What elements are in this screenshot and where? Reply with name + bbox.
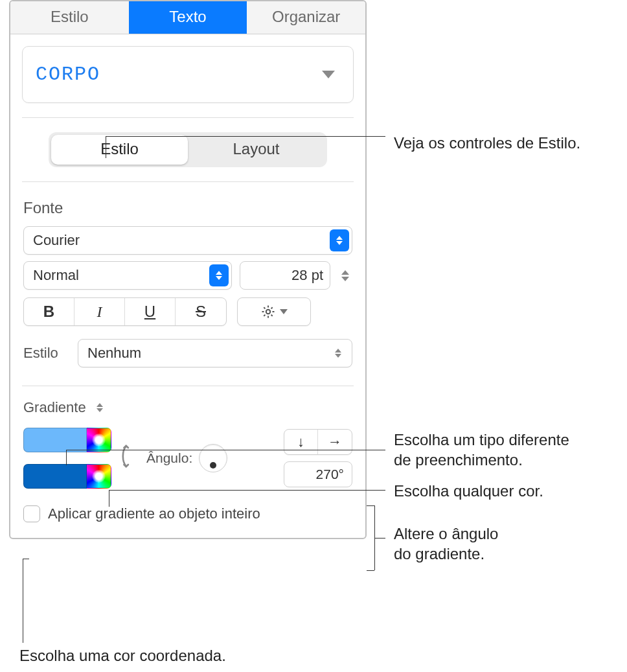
angle-dial[interactable] <box>199 444 227 472</box>
callout-lead <box>23 559 29 559</box>
svg-point-0 <box>266 310 270 314</box>
callout-lead <box>66 450 385 450</box>
updown-icon <box>209 264 229 286</box>
tab-texto[interactable]: Texto <box>129 1 247 34</box>
angle-dial-indicator <box>210 462 216 469</box>
paragraph-style-name: CORPO <box>36 64 100 86</box>
color-picker-1-button[interactable] <box>87 428 111 452</box>
color-picker-2-button[interactable] <box>87 464 111 489</box>
callout-lead <box>23 559 23 643</box>
stepper-up-icon <box>341 270 349 275</box>
font-family-select[interactable]: Courier <box>23 226 352 255</box>
fill-type-value: Gradiente <box>23 399 86 416</box>
gradient-controls: Ângulo: ↓ → 270° <box>23 428 352 489</box>
format-inspector-panel: Estilo Texto Organizar CORPO Estilo Layo… <box>9 0 367 539</box>
bold-button[interactable]: B <box>24 298 74 325</box>
direction-vertical-button[interactable]: ↓ <box>284 430 318 454</box>
callout-any-color: Escolha qualquer cor. <box>394 481 543 501</box>
text-format-group: B I U S <box>23 297 227 326</box>
character-style-select[interactable]: Nenhum <box>78 339 352 367</box>
strikethrough-button[interactable]: S <box>176 298 226 325</box>
advanced-options-button[interactable] <box>237 297 311 326</box>
gear-icon <box>260 304 276 319</box>
paragraph-style-select[interactable]: CORPO <box>22 46 354 103</box>
font-weight-select[interactable]: Normal <box>23 261 232 290</box>
callout-lead <box>367 570 374 571</box>
divider <box>22 117 354 118</box>
apply-whole-object-checkbox[interactable] <box>23 505 40 522</box>
callout-lead <box>374 538 385 539</box>
angle-label: Ângulo: <box>146 450 192 466</box>
apply-whole-object-label: Aplicar gradiente ao objeto inteiro <box>48 505 260 522</box>
font-section: Fonte Courier Normal 28 pt B I <box>10 182 365 371</box>
callout-fill-type: Escolha um tipo diferentede preenchiment… <box>394 430 569 470</box>
font-size-value: 28 pt <box>248 267 327 284</box>
stepper-down-icon <box>341 277 349 281</box>
direction-horizontal-button[interactable]: → <box>318 430 352 454</box>
gradient-color-2-well[interactable] <box>23 464 87 489</box>
callout-lead <box>106 136 106 158</box>
gradient-color-1-well[interactable] <box>23 428 87 452</box>
updown-icon <box>331 349 345 358</box>
subtab-estilo[interactable]: Estilo <box>51 135 188 165</box>
italic-button[interactable]: I <box>74 298 125 325</box>
chevron-down-icon <box>322 71 335 78</box>
underline-button[interactable]: U <box>125 298 176 325</box>
updown-icon <box>330 229 349 251</box>
chevron-down-icon <box>280 309 288 314</box>
callout-style-controls: Veja os controles de Estilo. <box>394 133 580 153</box>
callout-change-angle: Altere o ângulodo gradiente. <box>394 524 498 564</box>
callout-coord-color: Escolha uma cor coordenada. <box>19 645 226 666</box>
callout-lead <box>367 505 374 506</box>
angle-value: 270° <box>316 467 344 482</box>
character-style-value: Nenhum <box>87 345 141 362</box>
updown-icon <box>93 403 107 412</box>
angle-value-field[interactable]: 270° <box>284 461 352 487</box>
font-size-field[interactable]: 28 pt <box>240 261 330 290</box>
gradient-swatches <box>23 428 111 489</box>
font-size-stepper[interactable] <box>338 270 352 281</box>
font-family-value: Courier <box>33 232 80 249</box>
character-style-label: Estilo <box>23 345 69 362</box>
main-tab-bar: Estilo Texto Organizar <box>10 1 365 34</box>
callout-lead <box>106 136 385 137</box>
subtab-layout[interactable]: Layout <box>188 135 325 165</box>
text-fill-section: Gradiente <box>10 386 365 538</box>
callout-lead <box>66 450 67 465</box>
text-subtab-segmented: Estilo Layout <box>49 132 327 167</box>
font-weight-value: Normal <box>33 267 79 284</box>
tab-organizar[interactable]: Organizar <box>247 1 365 34</box>
font-section-title: Fonte <box>23 199 352 217</box>
callout-lead <box>109 490 109 507</box>
fill-type-select[interactable]: Gradiente <box>23 399 352 416</box>
tab-estilo[interactable]: Estilo <box>10 1 129 34</box>
callout-lead <box>109 490 385 491</box>
gradient-direction-segmented: ↓ → <box>284 429 352 455</box>
swap-colors-button[interactable] <box>120 442 137 474</box>
